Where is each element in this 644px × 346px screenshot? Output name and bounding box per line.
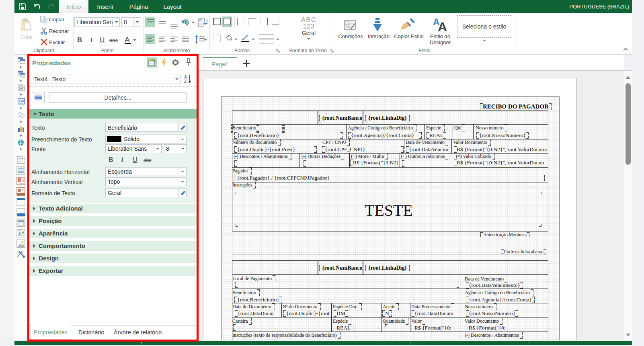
- svg-text:123: 123: [19, 102, 23, 104]
- svg-text:A: A: [347, 22, 349, 26]
- svg-text:A: A: [18, 231, 21, 235]
- svg-text:A: A: [21, 87, 22, 90]
- svg-text:A: A: [184, 75, 187, 79]
- svg-text:A: A: [19, 179, 21, 182]
- svg-text:Z: Z: [184, 79, 187, 84]
- svg-text:A: A: [438, 20, 447, 32]
- svg-text:A: A: [18, 189, 21, 192]
